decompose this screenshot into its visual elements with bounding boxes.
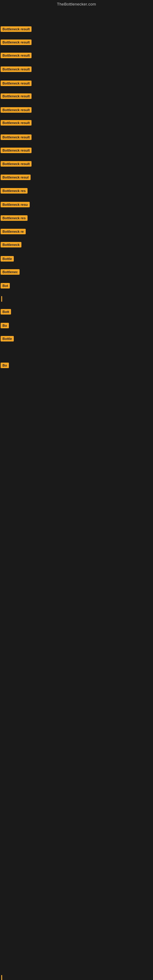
site-title: TheBottlenecker.com: [0, 0, 153, 9]
bottleneck-badge[interactable]: Bottleneck result: [1, 107, 32, 113]
cursor-bar: [1, 975, 2, 980]
bottleneck-badge[interactable]: Bottlenec: [1, 269, 19, 275]
bottleneck-row: Bottleneck result: [1, 67, 32, 73]
bottleneck-row: Bottleneck result: [1, 107, 32, 114]
bottleneck-badge[interactable]: Bot: [1, 283, 10, 288]
bottleneck-row: Bott: [1, 309, 11, 316]
bottleneck-row: Bottleneck res: [1, 188, 27, 195]
bottleneck-badge[interactable]: Bottleneck result: [1, 26, 32, 32]
bottleneck-row: Bottlenec: [1, 269, 19, 276]
bottleneck-badge[interactable]: Bottleneck result: [1, 81, 32, 86]
bottleneck-row: Bottleneck re: [1, 229, 26, 235]
bottleneck-badge[interactable]: Bottle: [1, 256, 14, 261]
bottleneck-badge[interactable]: Bottleneck result: [1, 94, 32, 99]
bottleneck-row: Bottleneck result: [1, 148, 32, 154]
bottleneck-row: Bot: [1, 283, 10, 290]
bottleneck-row: Bottleneck result: [1, 40, 32, 46]
bottleneck-row: Bo: [1, 323, 9, 329]
bottleneck-badge[interactable]: Bottleneck result: [1, 52, 32, 58]
bottleneck-row: Bottleneck result: [1, 161, 32, 168]
bottleneck-badge[interactable]: Bo: [1, 323, 9, 328]
bottleneck-badge[interactable]: Bottleneck result: [1, 40, 32, 45]
bottleneck-badge[interactable]: Bottleneck result: [1, 67, 32, 72]
cursor-bar: [1, 296, 2, 302]
bottleneck-badge[interactable]: Bottleneck result: [1, 120, 32, 126]
bottleneck-row: Bottleneck result: [1, 120, 32, 127]
bottleneck-badge[interactable]: Bottleneck result: [1, 134, 32, 140]
bottleneck-badge[interactable]: Bott: [1, 309, 11, 315]
bottleneck-row: Bottleneck result: [1, 26, 32, 33]
bottleneck-badge[interactable]: Bottleneck resu: [1, 202, 30, 207]
bottleneck-row: Bottleneck result: [1, 134, 32, 141]
bottleneck-badge[interactable]: Bottleneck res: [1, 215, 27, 221]
bottleneck-badge[interactable]: Bottleneck resul: [1, 175, 30, 180]
bottleneck-row: Bottleneck resu: [1, 202, 30, 208]
bottleneck-badge[interactable]: Bottleneck result: [1, 148, 32, 153]
bottleneck-row: Bottleneck: [1, 242, 21, 249]
bottleneck-row: Bottleneck resul: [1, 175, 30, 181]
bottleneck-row: Bottleneck result: [1, 52, 32, 59]
bottleneck-row: Bottleneck res: [1, 215, 27, 222]
bottleneck-badge[interactable]: Bottleneck re: [1, 229, 26, 234]
bottleneck-row: Bo: [1, 363, 9, 369]
bottleneck-row: Bottle: [1, 256, 14, 263]
bottleneck-row: Bottle: [1, 336, 14, 343]
bottleneck-badge[interactable]: Bottleneck: [1, 242, 21, 247]
bottleneck-badge[interactable]: Bottleneck res: [1, 188, 27, 194]
bottleneck-badge[interactable]: Bo: [1, 363, 9, 368]
bottleneck-badge[interactable]: Bottle: [1, 336, 14, 342]
bottleneck-row: Bottleneck result: [1, 94, 32, 100]
bottleneck-badge[interactable]: Bottleneck result: [1, 161, 32, 167]
bottleneck-row: Bottleneck result: [1, 81, 32, 87]
